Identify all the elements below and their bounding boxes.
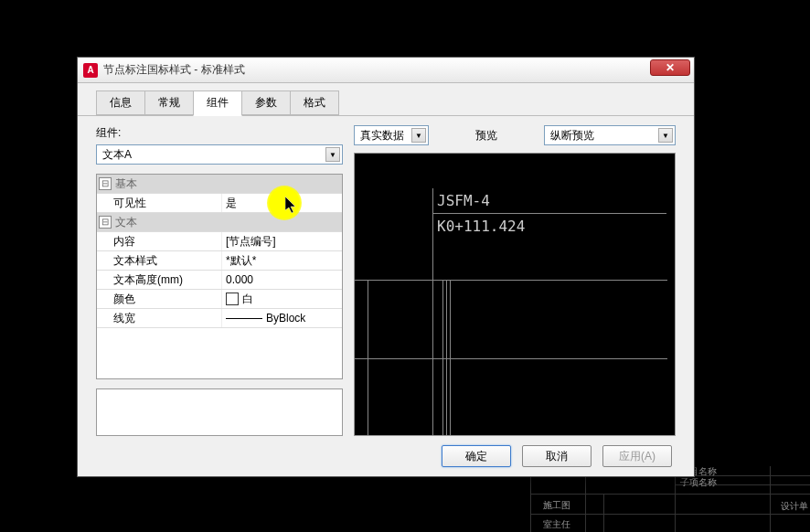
prop-name: 文本样式 <box>97 253 221 269</box>
combo-value: 真实数据 <box>360 128 404 144</box>
preview-label: 预览 <box>447 128 526 144</box>
prop-color[interactable]: 颜色 白 <box>97 290 342 309</box>
close-button[interactable]: ✕ <box>650 59 690 76</box>
tab-general[interactable]: 常规 <box>144 90 194 115</box>
prop-value[interactable]: 是 <box>221 194 342 212</box>
app-icon: A <box>83 63 98 78</box>
bg-label: 施工图 <box>543 499 570 512</box>
apply-button[interactable]: 应用(A) <box>602 445 672 467</box>
titlebar: A 节点标注国标样式 - 标准样式 ✕ <box>78 58 694 83</box>
prop-name: 线宽 <box>97 311 221 326</box>
section-combo[interactable]: 纵断预览 ▼ <box>544 125 676 145</box>
prop-name: 颜色 <box>97 292 221 307</box>
collapse-icon[interactable]: ⊟ <box>99 216 112 229</box>
tab-components[interactable]: 组件 <box>193 90 242 116</box>
line-swatch <box>226 318 262 319</box>
data-mode-combo[interactable]: 真实数据 ▼ <box>354 125 429 145</box>
right-controls: 真实数据 ▼ 预览 纵断预览 ▼ <box>354 125 676 145</box>
lineweight-value: ByBlock <box>266 312 305 325</box>
dropdown-icon: ▼ <box>325 147 340 162</box>
content-area: 组件: 文本A ▼ ⊟ 基本 可见性 是 <box>78 116 694 445</box>
bg-label: 设计单 <box>781 500 808 513</box>
tab-params[interactable]: 参数 <box>241 90 291 115</box>
prop-value[interactable]: 0.000 <box>221 271 342 289</box>
prop-visibility[interactable]: 可见性 是 <box>97 194 342 213</box>
prop-text-height[interactable]: 文本高度(mm) 0.000 <box>97 271 342 290</box>
component-label: 组件: <box>96 125 343 141</box>
component-combo[interactable]: 文本A ▼ <box>96 144 343 165</box>
prop-name: 可见性 <box>97 196 221 211</box>
close-icon: ✕ <box>666 61 675 74</box>
prop-value[interactable]: [节点编号] <box>221 232 342 250</box>
tab-format[interactable]: 格式 <box>290 90 339 115</box>
bg-label: 室主任 <box>543 518 570 531</box>
preview-canvas: JSFM-4 K0+111.424 <box>354 153 676 436</box>
dropdown-icon: ▼ <box>411 128 426 143</box>
collapse-icon[interactable]: ⊟ <box>99 177 112 190</box>
prop-text-style[interactable]: 文本样式 *默认* <box>97 251 342 271</box>
dropdown-icon: ▼ <box>658 128 673 143</box>
prop-value[interactable]: *默认* <box>221 251 342 270</box>
tab-info[interactable]: 信息 <box>96 90 145 115</box>
dialog-buttons: 确定 取消 应用(A) <box>78 445 694 480</box>
cancel-button[interactable]: 取消 <box>522 445 592 467</box>
preview-text-2: K0+111.424 <box>437 218 525 235</box>
color-swatch <box>226 293 239 305</box>
combo-value: 文本A <box>102 147 132 163</box>
preview-text-1: JSFM-4 <box>437 192 490 209</box>
combo-value: 纵断预览 <box>550 128 594 144</box>
prop-content[interactable]: 内容 [节点编号] <box>97 232 342 251</box>
left-panel: 组件: 文本A ▼ ⊟ 基本 可见性 是 <box>96 125 343 436</box>
prop-name: 内容 <box>97 234 221 250</box>
window-title: 节点标注国标样式 - 标准样式 <box>103 62 245 78</box>
prop-lineweight[interactable]: 线宽 ByBlock <box>97 309 342 328</box>
group-label: 基本 <box>112 176 236 192</box>
property-grid: ⊟ 基本 可见性 是 ⊟ 文本 内容 [节点编号] <box>96 174 343 379</box>
prop-value[interactable]: 白 <box>221 290 342 308</box>
tab-bar: 信息 常规 组件 参数 格式 <box>78 83 694 116</box>
ok-button[interactable]: 确定 <box>442 445 511 467</box>
group-text: ⊟ 文本 <box>97 213 342 232</box>
right-panel: 真实数据 ▼ 预览 纵断预览 ▼ JSFM-4 K0+111.424 <box>354 125 676 436</box>
color-name: 白 <box>242 292 253 307</box>
group-label: 文本 <box>112 215 236 230</box>
description-box <box>96 388 343 436</box>
group-basic: ⊟ 基本 <box>97 175 342 194</box>
dialog-window: A 节点标注国标样式 - 标准样式 ✕ 信息 常规 组件 参数 格式 组件: 文… <box>77 57 695 477</box>
prop-value[interactable]: ByBlock <box>221 309 342 327</box>
prop-name: 文本高度(mm) <box>97 272 221 288</box>
